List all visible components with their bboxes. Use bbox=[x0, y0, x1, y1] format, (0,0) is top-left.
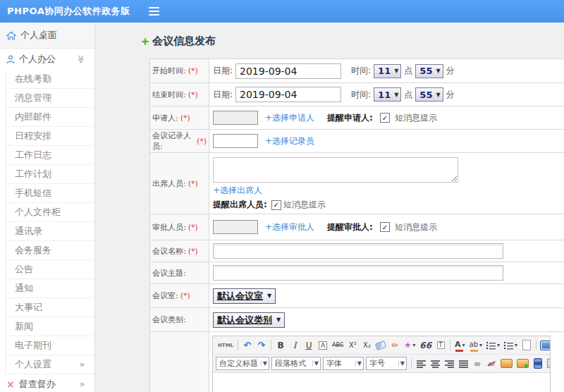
font-size-select[interactable]: 字号▼ bbox=[366, 357, 407, 370]
bold-icon[interactable]: B bbox=[274, 339, 287, 352]
sidebar-item[interactable]: 公告 bbox=[6, 260, 94, 279]
undo-icon[interactable]: ↶ bbox=[241, 339, 254, 352]
field-label: 结束时间: bbox=[152, 90, 186, 100]
sidebar-item-settings[interactable]: 个人设置 » bbox=[6, 355, 94, 374]
paste-text-icon[interactable]: T bbox=[434, 339, 447, 352]
start-hour-select[interactable]: 11▼ bbox=[374, 64, 401, 78]
fullscreen-icon[interactable] bbox=[539, 339, 550, 352]
choose-approver-link[interactable]: +选择审批人 bbox=[265, 221, 314, 233]
recorder-input[interactable] bbox=[213, 134, 258, 148]
upload-image-icon[interactable] bbox=[515, 357, 530, 370]
auto-format-icon[interactable]: ★▾ bbox=[403, 339, 417, 352]
underline-icon[interactable]: U bbox=[302, 339, 315, 352]
format-brush-icon[interactable]: ✏ bbox=[388, 339, 401, 352]
required-marker: (*) bbox=[197, 137, 207, 146]
field-label: 申请人: bbox=[152, 113, 178, 123]
new-page-icon[interactable] bbox=[520, 339, 533, 352]
sidebar-item[interactable]: 工作计划 bbox=[6, 165, 94, 184]
font-style-box-icon[interactable]: A bbox=[317, 339, 329, 352]
sidebar-item[interactable]: 通讯录 bbox=[6, 222, 94, 241]
unordered-list-icon[interactable]: ▾ bbox=[503, 339, 519, 352]
select-arrow-icon: ▼ bbox=[394, 92, 398, 98]
align-justify-icon[interactable] bbox=[457, 357, 470, 370]
sidebar-item[interactable]: 工作日志 bbox=[6, 146, 94, 165]
toolbar-separator bbox=[411, 358, 412, 369]
approver-input[interactable] bbox=[213, 220, 258, 234]
app-header: PHPOA协同办公软件政务版 bbox=[0, 0, 564, 23]
sidebar-item-label: 个人桌面 bbox=[20, 29, 57, 42]
sidebar-item[interactable]: 内部邮件 bbox=[6, 108, 94, 127]
end-minute-select[interactable]: 55▼ bbox=[415, 87, 443, 102]
sidebar-item[interactable]: 个人文件柜 bbox=[6, 203, 94, 222]
strikethrough-icon[interactable]: ABC bbox=[331, 339, 345, 352]
time-label: 时间: bbox=[351, 89, 371, 101]
align-right-icon[interactable] bbox=[443, 357, 455, 370]
blockquote-icon[interactable]: 66 bbox=[418, 339, 433, 352]
redo-icon[interactable]: ↷ bbox=[255, 339, 268, 352]
sidebar-item[interactable]: 新闻 bbox=[6, 317, 94, 336]
meeting-name-input[interactable] bbox=[213, 243, 503, 259]
attendees-textarea[interactable] bbox=[213, 157, 458, 183]
select-arrow-icon: ▼ bbox=[436, 92, 440, 98]
start-minute-select[interactable]: 55▼ bbox=[415, 64, 443, 78]
sidebar-item-supervise[interactable]: × 督查督办 » bbox=[0, 374, 94, 392]
form-row-meeting-subject: 会议主题: bbox=[150, 262, 564, 284]
start-date-input[interactable] bbox=[235, 63, 341, 79]
editor-content[interactable] bbox=[213, 373, 550, 392]
unlink-icon[interactable]: ∞ bbox=[485, 357, 498, 370]
choose-applicant-link[interactable]: +选择申请人 bbox=[265, 112, 314, 124]
field-label: 开始时间: bbox=[152, 66, 186, 76]
italic-icon[interactable]: I bbox=[288, 339, 301, 352]
subscript-icon[interactable]: X₂ bbox=[360, 339, 373, 352]
html-source-icon[interactable]: HTML bbox=[216, 339, 235, 352]
sidebar-item[interactable]: 日程安排 bbox=[6, 127, 94, 146]
paragraph-format-select[interactable]: 段落格式▼ bbox=[271, 357, 321, 370]
choose-attendees-link[interactable]: +选择出席人 bbox=[213, 185, 262, 197]
chevron-down-icon: ≫ bbox=[77, 55, 87, 64]
font-color-icon[interactable]: A▾ bbox=[453, 339, 467, 352]
eraser-icon[interactable] bbox=[374, 339, 387, 352]
applicant-input[interactable] bbox=[213, 111, 258, 125]
highlight-color-icon[interactable]: ab▾ bbox=[468, 339, 484, 352]
menu-toggle-icon[interactable] bbox=[149, 7, 159, 16]
sidebar-item-desktop[interactable]: 个人桌面 bbox=[0, 23, 94, 49]
required-marker: (*) bbox=[188, 223, 198, 232]
sidebar-item[interactable]: 手机短信 bbox=[6, 184, 94, 203]
insert-table-icon[interactable] bbox=[546, 357, 550, 370]
choose-recorder-link[interactable]: +选择记录员 bbox=[265, 135, 314, 147]
custom-title-select[interactable]: 自定义标题▼ bbox=[216, 357, 269, 370]
insert-image-icon[interactable] bbox=[499, 357, 514, 370]
sidebar-item-office[interactable]: 个人办公 ≫ bbox=[0, 49, 94, 70]
meeting-category-select[interactable]: 默认会议类别▼ bbox=[213, 312, 285, 328]
align-center-icon[interactable] bbox=[429, 357, 441, 370]
required-marker: (*) bbox=[188, 247, 198, 256]
link-icon[interactable]: ∞ bbox=[471, 357, 484, 370]
sidebar-item[interactable]: 在线考勤 bbox=[6, 70, 94, 89]
form-row-end-time: 结束时间:(*) 日期: 时间: 11▼ 点 55▼ 分 bbox=[150, 83, 564, 106]
sms-checkbox[interactable]: ✓ bbox=[380, 113, 390, 123]
sidebar-item[interactable]: 会务服务 bbox=[6, 241, 94, 260]
font-family-select[interactable]: 字体▼ bbox=[323, 357, 364, 370]
end-date-input[interactable] bbox=[235, 87, 341, 102]
superscript-icon[interactable]: X² bbox=[346, 339, 359, 352]
app-title: PHPOA协同办公软件政务版 bbox=[7, 5, 130, 18]
form-row-content-editor: HTML↶↷BIUAABCX²X₂✏★▾66TA▾ab▾▾▾ 自定义标题▼段落格… bbox=[150, 332, 564, 392]
remind-attendees-label: 提醒出席人员: bbox=[213, 199, 267, 211]
ordered-list-icon[interactable]: ▾ bbox=[485, 339, 501, 352]
sidebar-item[interactable]: 大事记 bbox=[6, 298, 94, 317]
sidebar-item[interactable]: 消息管理 bbox=[6, 89, 94, 108]
form-row-recorder: 会议记录人员:(*) +选择记录员 bbox=[150, 130, 564, 153]
required-marker: (*) bbox=[180, 291, 190, 300]
sms-checkbox[interactable]: ✓ bbox=[380, 222, 390, 232]
sidebar-item[interactable]: 电子期刊 bbox=[6, 336, 94, 355]
sidebar-item[interactable]: 通知 bbox=[6, 279, 94, 298]
end-hour-select[interactable]: 11▼ bbox=[374, 87, 401, 102]
main-content: 会议信息发布 开始时间:(*) 日期: 时间: 11▼ 点 55▼ 分 结束时间… bbox=[95, 23, 564, 392]
meeting-room-select[interactable]: 默认会议室▼ bbox=[213, 288, 276, 304]
meeting-subject-input[interactable] bbox=[213, 265, 503, 281]
insert-media-icon[interactable] bbox=[532, 357, 544, 370]
sms-checkbox[interactable]: ✓ bbox=[271, 200, 281, 210]
align-left-icon[interactable] bbox=[415, 357, 427, 370]
toolbar-separator bbox=[536, 340, 537, 350]
date-label: 日期: bbox=[213, 65, 233, 77]
